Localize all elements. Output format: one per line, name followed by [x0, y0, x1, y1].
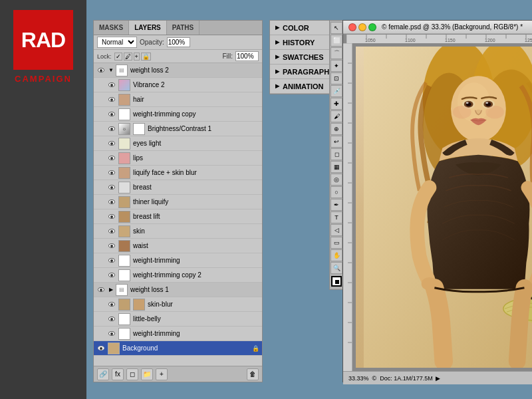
- visibility-eye[interactable]: [107, 315, 116, 324]
- minimize-button[interactable]: [358, 23, 366, 31]
- svg-point-47: [466, 102, 469, 104]
- visibility-eye[interactable]: [107, 271, 116, 280]
- eraser-tool[interactable]: ◻: [331, 148, 342, 160]
- doc-size: Doc: 1A.1M/177.5M: [380, 375, 433, 382]
- layer-item[interactable]: hair: [94, 92, 262, 107]
- path-tool[interactable]: ◁: [331, 224, 342, 236]
- hand-tool[interactable]: ✋: [331, 249, 342, 261]
- lock-transparent-icon[interactable]: ✓: [114, 53, 122, 61]
- lock-position-icon[interactable]: +: [134, 53, 140, 61]
- marquee-tool[interactable]: ⬜: [331, 35, 342, 47]
- swatches-panel-header[interactable]: ▶ SWATCHES: [270, 50, 335, 65]
- layer-item[interactable]: little-belly: [94, 312, 262, 327]
- dodge-tool[interactable]: ○: [331, 186, 342, 198]
- visibility-eye[interactable]: [107, 241, 116, 251]
- add-mask-btn[interactable]: ◻: [126, 368, 138, 380]
- tab-layers[interactable]: LAYERS: [129, 21, 167, 35]
- lock-label: Lock:: [97, 53, 112, 60]
- layer-item[interactable]: eyes light: [94, 136, 262, 151]
- history-panel-header[interactable]: ▶ HISTORY: [270, 35, 335, 50]
- animation-panel-header[interactable]: ▶ ANIMATION: [270, 79, 335, 94]
- color-panel-header[interactable]: ▶ COLOR: [270, 21, 335, 35]
- visibility-eye[interactable]: [107, 139, 116, 148]
- add-style-btn[interactable]: fx: [112, 368, 124, 380]
- link-layers-btn[interactable]: 🔗: [97, 368, 109, 380]
- layer-item[interactable]: ▼ ▤ weight loss 2: [94, 63, 262, 78]
- visibility-eye[interactable]: [107, 168, 116, 178]
- opacity-input[interactable]: [167, 37, 190, 47]
- animation-label: ANIMATION: [283, 82, 324, 90]
- visibility-eye[interactable]: [107, 256, 116, 265]
- foreground-background-colors[interactable]: [331, 276, 342, 287]
- visibility-eye[interactable]: [107, 183, 116, 192]
- paragraph-panel-header[interactable]: ▶ PARAGRAPH: [270, 65, 335, 79]
- new-group-btn[interactable]: 📁: [141, 368, 153, 380]
- layer-item[interactable]: weight-trimming: [94, 327, 262, 341]
- visibility-eye[interactable]: [107, 329, 116, 338]
- layer-thumbnail: [118, 196, 130, 208]
- blur-tool[interactable]: ◎: [331, 174, 342, 186]
- magic-wand-tool[interactable]: ✦: [331, 60, 342, 72]
- arrow-icon: ▶: [275, 25, 279, 31]
- vertical-ruler-svg: [343, 43, 352, 362]
- clone-tool[interactable]: ⊕: [331, 123, 342, 135]
- layer-item[interactable]: thiner liquify: [94, 195, 262, 209]
- layer-item[interactable]: breast lift: [94, 209, 262, 224]
- layer-item[interactable]: Vibrance 2: [94, 78, 262, 92]
- visibility-eye[interactable]: [107, 95, 116, 104]
- delete-layer-btn[interactable]: 🗑: [247, 368, 259, 380]
- lasso-tool[interactable]: ⌒: [331, 47, 342, 59]
- layer-item[interactable]: ▶ ▤ weight loss 1: [94, 283, 262, 297]
- pen-tool[interactable]: ✒: [331, 199, 342, 211]
- shape-tool[interactable]: ▭: [331, 237, 342, 249]
- healing-tool[interactable]: ✚: [331, 98, 342, 110]
- layer-item[interactable]: waist: [94, 239, 262, 253]
- eyedropper-tool[interactable]: 💉: [331, 85, 342, 97]
- gradient-tool[interactable]: ▦: [331, 161, 342, 173]
- lock-image-icon[interactable]: 🖊: [124, 53, 132, 61]
- history-brush-tool[interactable]: ↩: [331, 136, 342, 148]
- nav-arrow[interactable]: ▶: [436, 375, 440, 382]
- layer-item-background[interactable]: Background 🔒: [94, 341, 262, 356]
- visibility-eye[interactable]: [107, 110, 116, 119]
- brush-tool[interactable]: 🖌: [331, 110, 342, 122]
- layer-item[interactable]: ☼ Brightness/Contrast 1: [94, 122, 262, 136]
- visibility-eye[interactable]: [96, 344, 106, 353]
- window-controls: [348, 23, 376, 31]
- layer-item[interactable]: weight-trimming copy 2: [94, 268, 262, 283]
- new-layer-btn[interactable]: +: [156, 368, 168, 380]
- visibility-eye[interactable]: [107, 227, 116, 236]
- tab-paths[interactable]: PATHS: [167, 21, 200, 35]
- visibility-eye[interactable]: [107, 300, 116, 309]
- arrow-icon: ▶: [275, 68, 279, 74]
- visibility-eye[interactable]: [96, 66, 106, 75]
- maximize-button[interactable]: [368, 23, 376, 31]
- lock-all-icon[interactable]: 🔒: [141, 53, 151, 61]
- move-tool[interactable]: ↖: [331, 22, 342, 34]
- visibility-eye[interactable]: [107, 80, 116, 90]
- zoom-tool[interactable]: 🔍: [331, 262, 342, 274]
- layer-item[interactable]: skin: [94, 224, 262, 239]
- type-tool[interactable]: T: [331, 211, 342, 223]
- horizontal-ruler: 1050 1100 1150 1200 1250 1300: [346, 35, 532, 43]
- visibility-eye[interactable]: [107, 212, 116, 221]
- visibility-eye[interactable]: [96, 285, 106, 295]
- layer-item[interactable]: lips: [94, 151, 262, 166]
- visibility-eye[interactable]: [107, 198, 116, 207]
- visibility-eye[interactable]: [107, 154, 116, 163]
- layer-item[interactable]: skin-blur: [94, 297, 262, 312]
- layer-item[interactable]: weight-trimming copy: [94, 107, 262, 122]
- blend-mode-select[interactable]: Normal Multiply Screen: [97, 37, 137, 48]
- layer-item[interactable]: liquify face + skin blur: [94, 166, 262, 180]
- close-button[interactable]: [348, 23, 356, 31]
- layer-item[interactable]: breast: [94, 180, 262, 195]
- tab-masks[interactable]: MASKS: [94, 21, 129, 35]
- layer-thumbnail: [118, 240, 130, 252]
- layer-thumbnail: [118, 138, 130, 150]
- fill-input[interactable]: [235, 51, 259, 61]
- layer-thumbnail: ☼: [118, 123, 130, 135]
- crop-tool[interactable]: ⊡: [331, 72, 342, 84]
- visibility-eye[interactable]: [107, 124, 116, 134]
- layer-thumbnail: [118, 108, 130, 120]
- layer-item[interactable]: weight-trimming: [94, 253, 262, 268]
